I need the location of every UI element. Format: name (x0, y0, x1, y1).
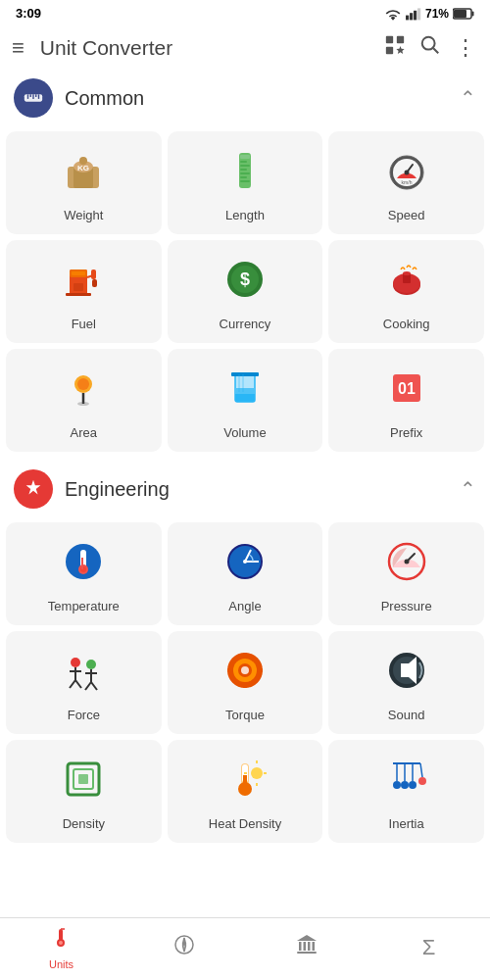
volume-icon (221, 365, 269, 417)
svg-text:$: $ (240, 270, 250, 289)
svg-point-11 (422, 37, 435, 50)
svg-rect-45 (66, 293, 91, 296)
svg-rect-92 (243, 653, 247, 659)
engineering-chevron: ⌃ (460, 477, 476, 501)
category-fuel[interactable]: Fuel (6, 240, 162, 343)
cooking-label: Cooking (383, 317, 430, 331)
svg-rect-9 (386, 47, 393, 54)
svg-rect-6 (454, 10, 466, 18)
heatdensity-label: Heat Density (209, 816, 281, 831)
svg-rect-2 (414, 10, 416, 20)
svg-rect-95 (257, 668, 263, 672)
force-label: Force (68, 708, 100, 722)
category-cooking[interactable]: Cooking (328, 240, 484, 343)
category-temperature[interactable]: Temperature (6, 522, 162, 625)
category-heatdensity[interactable]: Heat Density (168, 740, 323, 843)
svg-line-86 (85, 682, 91, 690)
common-chevron: ⌃ (460, 86, 476, 110)
nav-units[interactable]: Units (0, 927, 122, 970)
grid-star-button[interactable] (384, 34, 406, 61)
battery-icon (453, 8, 474, 20)
svg-rect-31 (240, 176, 247, 178)
density-label: Density (63, 816, 105, 831)
fuel-label: Fuel (72, 317, 96, 331)
svg-point-78 (71, 658, 80, 667)
common-grid: KG Weight Length (0, 127, 490, 460)
svg-rect-59 (231, 372, 259, 376)
compass-nav-icon (172, 933, 196, 962)
category-weight[interactable]: KG Weight (6, 131, 162, 234)
signal-icon (406, 7, 421, 21)
category-inertia[interactable]: Inertia (328, 740, 484, 843)
search-button[interactable] (419, 34, 441, 61)
svg-rect-104 (243, 775, 247, 783)
svg-rect-0 (406, 15, 409, 20)
svg-point-118 (409, 781, 416, 789)
section-common-header[interactable]: Common ⌃ (0, 69, 490, 127)
units-nav-icon (50, 927, 74, 956)
area-label: Area (71, 425, 97, 440)
temperature-icon (60, 538, 107, 591)
nav-compass[interactable] (122, 933, 245, 964)
svg-point-105 (238, 782, 252, 796)
cooking-icon (383, 256, 430, 309)
svg-point-122 (59, 941, 63, 945)
svg-rect-43 (92, 279, 97, 287)
svg-line-12 (433, 48, 438, 53)
inertia-icon (383, 756, 430, 808)
bank-nav-icon (295, 933, 318, 962)
top-bar: ≡ Unit Converter ⋮ (0, 26, 490, 69)
svg-text:KG: KG (77, 164, 89, 172)
inertia-label: Inertia (389, 816, 424, 831)
more-button[interactable]: ⋮ (455, 35, 478, 61)
svg-rect-28 (240, 165, 250, 167)
svg-point-91 (241, 666, 249, 674)
section-engineering-header[interactable]: Engineering ⌃ (0, 460, 490, 518)
svg-rect-131 (312, 942, 315, 951)
pressure-label: Pressure (381, 599, 432, 613)
category-pressure[interactable]: Pressure (328, 522, 484, 625)
svg-line-87 (91, 682, 97, 690)
wifi-icon (384, 7, 402, 21)
svg-rect-68 (81, 558, 83, 569)
category-speed[interactable]: km/h Speed (328, 131, 484, 234)
svg-rect-27 (240, 161, 247, 163)
svg-rect-132 (297, 952, 317, 954)
category-prefix[interactable]: 01 Prefix (328, 349, 484, 452)
category-volume[interactable]: Volume (168, 349, 323, 452)
svg-rect-7 (386, 36, 393, 43)
currency-label: Currency (220, 317, 271, 331)
category-length[interactable]: Length (168, 131, 323, 234)
svg-rect-94 (227, 668, 233, 672)
category-torque[interactable]: Torque (168, 631, 323, 734)
prefix-label: Prefix (390, 425, 422, 440)
top-bar-actions: ⋮ (384, 34, 478, 61)
category-force[interactable]: Force (6, 631, 162, 734)
heatdensity-icon (221, 756, 269, 808)
main-content: Common ⌃ KG Weight (0, 69, 490, 919)
svg-rect-42 (91, 270, 96, 279)
nav-bank[interactable] (245, 933, 368, 964)
category-currency[interactable]: $ Currency (168, 240, 323, 343)
category-angle[interactable]: Angle (168, 522, 323, 625)
svg-point-36 (404, 171, 409, 175)
menu-button[interactable]: ≡ (12, 35, 24, 61)
torque-label: Torque (225, 708, 265, 722)
nav-sigma[interactable]: Σ (368, 935, 490, 962)
svg-point-106 (251, 767, 263, 779)
fuel-icon (60, 256, 107, 309)
svg-rect-1 (410, 13, 413, 20)
status-bar: 3:09 71% (0, 0, 490, 26)
currency-icon: $ (221, 256, 269, 309)
engineering-grid: Temperature Angle (0, 518, 490, 851)
category-area[interactable]: Area (6, 349, 162, 452)
category-sound[interactable]: Sound (328, 631, 484, 734)
svg-point-24 (79, 157, 87, 165)
svg-rect-129 (303, 942, 306, 951)
category-density[interactable]: Density (6, 740, 162, 843)
svg-point-117 (401, 781, 409, 789)
weight-label: Weight (64, 208, 103, 222)
svg-point-76 (404, 560, 409, 564)
svg-rect-32 (240, 180, 250, 182)
length-icon (221, 147, 269, 200)
